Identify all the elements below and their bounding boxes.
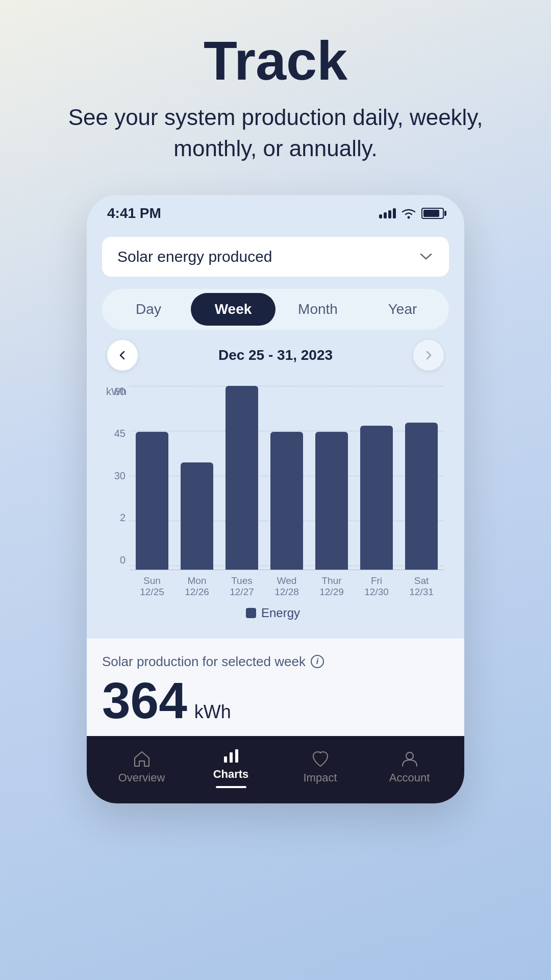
charts-icon [222, 746, 240, 765]
phone-mockup: 4:41 PM Solar energy produced [87, 195, 464, 803]
summary-title: Solar production for selected week i [102, 654, 449, 670]
x-label-tues: Tues12/27 [221, 575, 262, 598]
bar-thur [315, 432, 348, 570]
bar-wed [270, 432, 303, 570]
date-range-label: Dec 25 - 31, 2023 [218, 347, 333, 363]
impact-icon [311, 750, 330, 768]
period-tabs: Day Week Month Year [102, 289, 449, 330]
nav-item-overview[interactable]: Overview [106, 750, 178, 785]
bar-sun [136, 432, 168, 570]
summary-title-text: Solar production for selected week [102, 654, 306, 670]
y-tick-30: 30 [107, 470, 126, 482]
chart-legend: Energy [102, 598, 444, 623]
app-content: Solar energy produced Day Week Month Yea… [87, 227, 464, 639]
info-icon[interactable]: i [311, 655, 324, 668]
svg-rect-3 [235, 749, 238, 763]
svg-rect-1 [224, 756, 227, 763]
tab-day[interactable]: Day [106, 293, 191, 326]
summary-number: 364 [102, 675, 187, 726]
nav-item-charts[interactable]: Charts [195, 746, 267, 788]
page-header: Track See your system production daily, … [0, 0, 551, 185]
legend-energy-dot [246, 608, 256, 618]
next-date-button[interactable] [413, 340, 444, 371]
tab-week[interactable]: Week [191, 293, 276, 326]
nav-item-impact[interactable]: Impact [285, 750, 356, 785]
status-icons [379, 208, 444, 219]
nav-label-charts: Charts [213, 768, 249, 781]
date-navigation: Dec 25 - 31, 2023 [102, 340, 449, 371]
status-bar: 4:41 PM [87, 195, 464, 227]
battery-icon [421, 208, 444, 219]
x-label-sat: Sat12/31 [401, 575, 442, 598]
nav-label-overview: Overview [118, 771, 165, 785]
tab-month[interactable]: Month [276, 293, 360, 326]
home-icon [133, 750, 151, 768]
tab-year[interactable]: Year [360, 293, 445, 326]
legend-energy-label: Energy [261, 606, 300, 620]
nav-label-impact: Impact [303, 771, 337, 785]
signal-icon [379, 208, 396, 218]
y-axis-label: kWh [106, 386, 127, 398]
x-label-sun: Sun12/25 [132, 575, 172, 598]
bar-tues [226, 386, 258, 570]
x-label-wed: Wed12/28 [266, 575, 307, 598]
svg-point-0 [408, 216, 410, 218]
bar-sat [405, 423, 438, 570]
energy-type-dropdown[interactable]: Solar energy produced [102, 237, 449, 277]
x-label-fri: Fri12/30 [356, 575, 397, 598]
bottom-navigation: Overview Charts Impact Account [87, 736, 464, 803]
svg-rect-2 [230, 752, 233, 763]
svg-point-4 [406, 752, 413, 760]
y-tick-2: 2 [107, 512, 126, 524]
summary-unit: kWh [194, 701, 231, 723]
y-tick-0: 0 [107, 554, 126, 566]
summary-section: Solar production for selected week i 364… [87, 639, 464, 736]
nav-label-account: Account [389, 771, 430, 785]
bar-chart: kWh 60 45 30 2 0 [102, 381, 449, 628]
page-title: Track [41, 31, 510, 91]
prev-date-button[interactable] [107, 340, 138, 371]
nav-item-account[interactable]: Account [374, 750, 445, 785]
bar-mon [181, 462, 213, 570]
bar-fri [360, 426, 393, 570]
x-label-thur: Thur12/29 [311, 575, 352, 598]
summary-value-row: 364 kWh [102, 675, 449, 726]
status-time: 4:41 PM [107, 205, 161, 222]
chevron-down-icon [418, 249, 434, 264]
y-tick-45: 45 [107, 428, 126, 439]
account-icon [400, 750, 419, 768]
dropdown-label: Solar energy produced [117, 248, 272, 265]
x-label-mon: Mon12/26 [177, 575, 217, 598]
page-subtitle: See your system production daily, weekly… [41, 102, 510, 164]
nav-active-indicator [216, 786, 246, 788]
wifi-icon [401, 208, 416, 219]
